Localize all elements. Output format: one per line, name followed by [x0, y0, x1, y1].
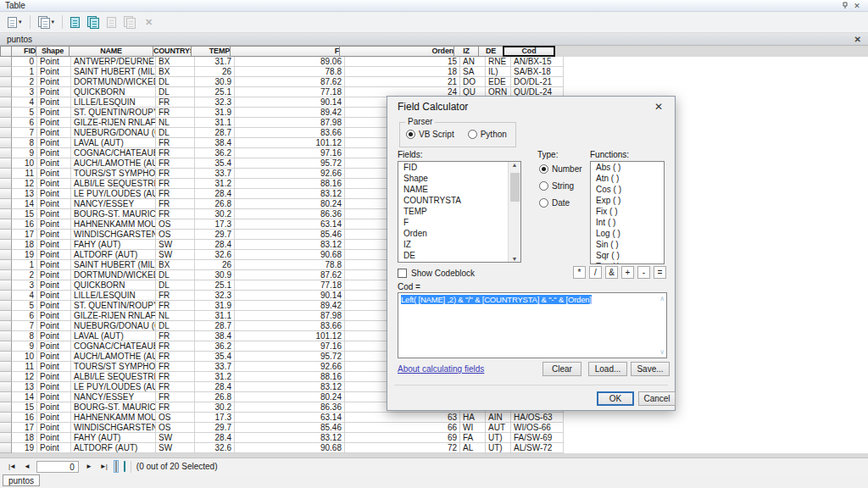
table-cell[interactable]: Point: [37, 362, 71, 372]
table-cell[interactable]: 77.18: [235, 87, 345, 97]
table-cell[interactable]: 80.24: [235, 392, 345, 402]
table-cell[interactable]: FR: [156, 169, 195, 179]
table-cell[interactable]: DL: [156, 321, 195, 331]
table-cell[interactable]: 31.1: [195, 311, 235, 321]
table-cell[interactable]: Point: [37, 179, 71, 189]
table-cell[interactable]: Point: [37, 392, 71, 402]
table-cell[interactable]: NUEBURG/DONAU (GAF): [71, 128, 156, 138]
table-cell[interactable]: 15: [12, 402, 37, 413]
table-cell[interactable]: FR: [156, 352, 195, 362]
table-cell[interactable]: SW: [156, 240, 195, 250]
column-header-iz[interactable]: IZ: [453, 46, 479, 57]
table-cell[interactable]: ALTDORF (AUT): [71, 250, 156, 260]
table-cell[interactable]: 78.8: [235, 67, 345, 77]
table-cell[interactable]: 72: [345, 443, 460, 453]
table-cell[interactable]: FR: [156, 372, 195, 382]
row-selector[interactable]: [0, 67, 12, 77]
table-options-icon[interactable]: ▾: [5, 15, 25, 30]
column-header-cod[interactable]: Cod: [503, 46, 555, 57]
table-cell[interactable]: 4: [12, 97, 37, 108]
table-cell[interactable]: Point: [37, 240, 71, 250]
table-cell[interactable]: 28.4: [195, 240, 235, 250]
table-cell[interactable]: 31.9: [195, 108, 235, 118]
table-cell[interactable]: 8: [12, 331, 37, 341]
operator-button[interactable]: -: [637, 266, 650, 279]
table-cell[interactable]: 32.3: [195, 97, 235, 108]
table-cell[interactable]: COGNAC/CHATEAUBERN: [71, 148, 156, 158]
first-record-button[interactable]: |◄: [7, 463, 17, 470]
function-item[interactable]: Sqr ( ): [591, 250, 664, 261]
column-header-orden[interactable]: Orden: [339, 46, 454, 57]
table-cell[interactable]: TOURS/ST SYMPHORIEN: [71, 362, 156, 372]
table-cell[interactable]: FR: [156, 108, 195, 118]
table-cell[interactable]: 26: [195, 260, 235, 270]
table-cell[interactable]: 95.72: [235, 158, 345, 169]
table-cell[interactable]: Point: [37, 341, 71, 352]
table-cell[interactable]: DL: [156, 270, 195, 280]
table-cell[interactable]: Point: [37, 423, 71, 433]
table-cell[interactable]: 15: [12, 209, 37, 219]
table-cell[interactable]: 36.2: [195, 341, 235, 352]
table-cell[interactable]: 3: [12, 87, 37, 97]
table-cell[interactable]: AL/SW-72: [511, 443, 564, 453]
row-selector[interactable]: [0, 97, 12, 108]
table-cell[interactable]: 29.7: [195, 423, 235, 433]
table-cell[interactable]: 101.12: [235, 138, 345, 148]
table-cell[interactable]: NUEBURG/DONAU (GAF): [71, 321, 156, 331]
table-cell[interactable]: 2: [12, 270, 37, 280]
table-cell[interactable]: 88.16: [235, 179, 345, 189]
table-cell[interactable]: LE PUY/LOUDES (AUT): [71, 382, 156, 392]
table-cell[interactable]: 1: [12, 67, 37, 77]
table-cell[interactable]: AN/BX-15: [511, 57, 564, 67]
table-cell[interactable]: 16: [12, 413, 37, 423]
row-selector[interactable]: [0, 189, 12, 199]
table-cell[interactable]: BX: [156, 260, 195, 270]
table-cell[interactable]: 87.62: [235, 270, 345, 280]
table-cell[interactable]: 88.16: [235, 372, 345, 382]
table-cell[interactable]: Point: [37, 67, 71, 77]
table-cell[interactable]: 78.8: [235, 260, 345, 270]
dialog-titlebar[interactable]: Field Calculator ✕: [387, 97, 675, 117]
table-cell[interactable]: Point: [37, 97, 71, 108]
row-selector[interactable]: [0, 291, 12, 301]
table-cell[interactable]: FR: [156, 138, 195, 148]
table-cell[interactable]: FAHY (AUT): [71, 433, 156, 443]
table-cell[interactable]: 80.24: [235, 199, 345, 209]
function-item[interactable]: Int ( ): [591, 217, 664, 228]
field-item[interactable]: IZ: [398, 239, 520, 250]
table-cell[interactable]: 15: [345, 57, 460, 67]
table-cell[interactable]: FAHY (AUT): [71, 240, 156, 250]
row-selector[interactable]: [0, 331, 12, 341]
fields-listbox[interactable]: FIDShapeNAMECOUNTRYSTATEMPFOrdenIZDE ▲ ▼: [398, 161, 521, 263]
table-cell[interactable]: 87.98: [235, 311, 345, 321]
table-cell[interactable]: 6: [12, 118, 37, 128]
table-cell[interactable]: 17: [12, 230, 37, 240]
table-cell[interactable]: 21: [345, 77, 460, 87]
table-cell[interactable]: FA/SW-69: [511, 433, 564, 443]
table-cell[interactable]: 32.3: [195, 291, 235, 301]
row-selector[interactable]: [0, 87, 12, 97]
table-cell[interactable]: 86.36: [235, 402, 345, 413]
table-cell[interactable]: Point: [37, 87, 71, 97]
function-item[interactable]: Fix ( ): [591, 206, 664, 217]
expression-textarea[interactable]: Left( [NAME] ,2) & "/" & [COUNTRYSTA] & …: [398, 292, 667, 358]
dialog-close-icon[interactable]: ✕: [653, 101, 665, 113]
table-cell[interactable]: 89.06: [235, 57, 345, 67]
field-item[interactable]: DE: [398, 250, 520, 261]
table-cell[interactable]: 9: [12, 148, 37, 158]
column-header-fid[interactable]: FID: [11, 46, 36, 57]
field-item[interactable]: COUNTRYSTA: [398, 195, 520, 206]
table-cell[interactable]: FR: [156, 402, 195, 413]
table-cell[interactable]: HAHNENKAMM MOUNTAIN: [71, 413, 156, 423]
cancel-button[interactable]: Cancel: [638, 391, 676, 406]
related-tables-icon[interactable]: ▾: [36, 14, 58, 30]
table-cell[interactable]: 77.18: [235, 280, 345, 291]
table-cell[interactable]: 14: [12, 392, 37, 402]
function-item[interactable]: Exp ( ): [591, 195, 664, 206]
show-codeblock-checkbox[interactable]: Show Codeblock: [398, 269, 475, 278]
row-selector[interactable]: [0, 341, 12, 352]
table-cell[interactable]: 63: [345, 413, 460, 423]
table-cell[interactable]: 7: [12, 128, 37, 138]
table-cell[interactable]: Point: [37, 402, 71, 413]
table-cell[interactable]: BOURG-ST. MAURICE: [71, 209, 156, 219]
